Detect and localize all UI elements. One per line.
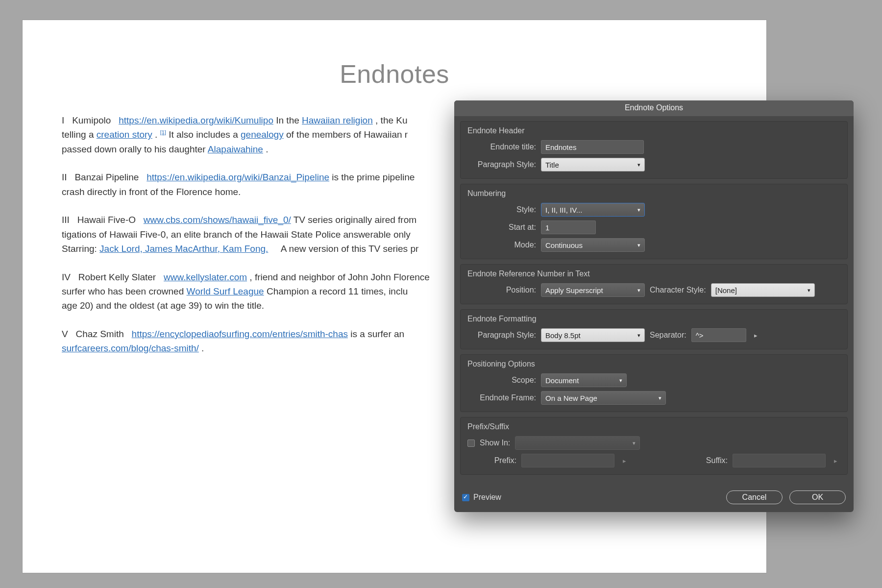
chevron-down-icon	[637, 162, 640, 168]
dialog-footer: Preview Cancel OK	[454, 487, 854, 512]
section-label: Endnote Header	[467, 126, 840, 135]
select-value: Body 8.5pt	[545, 331, 581, 340]
entry-url-link[interactable]: www.cbs.com/shows/hawaii_five_0/	[144, 215, 291, 225]
chevron-down-icon	[659, 395, 662, 401]
formatting-pstyle-select[interactable]: Body 8.5pt	[541, 328, 645, 342]
mode-select[interactable]: Continuous	[541, 238, 645, 252]
section-label: Endnote Formatting	[467, 315, 840, 323]
ok-button[interactable]: OK	[789, 490, 846, 504]
dialog-title: Endnote Options	[454, 100, 854, 116]
select-value: Apply Superscript	[545, 286, 603, 294]
endnote-frame-label: Endnote Frame:	[467, 393, 536, 402]
separator-menu-icon[interactable]	[751, 332, 761, 339]
suffix-input[interactable]	[733, 454, 826, 467]
numbering-style-select[interactable]: I, II, III, IV...	[541, 203, 645, 217]
character-style-select[interactable]: [None]	[711, 283, 815, 297]
entry-lead: Hawaii Five-O	[77, 215, 136, 225]
position-select[interactable]: Apply Superscript	[541, 283, 645, 297]
suffix-label: Suffix:	[706, 456, 728, 465]
show-in-select[interactable]	[515, 436, 640, 450]
entry-roman: III	[62, 215, 70, 225]
endnote-frame-select[interactable]: On a New Page	[541, 391, 666, 405]
section-prefix-suffix: Prefix/Suffix Show In: Prefix: Suffix:	[460, 417, 848, 475]
entry-text: passed down orally to his daughter	[62, 144, 208, 154]
separator-input[interactable]	[691, 328, 746, 342]
entry-text: is a surfer an	[350, 329, 404, 339]
entry-text: In the	[276, 115, 302, 125]
section-positioning: Positioning Options Scope: Document Endn…	[460, 354, 848, 412]
mode-label: Mode:	[467, 241, 536, 249]
entry-text: tigations of Hawaii Five-0, an elite bra…	[62, 229, 411, 240]
endnote-entry: I Kumipolo https://en.wikipedia.org/wiki…	[62, 113, 434, 156]
entry-link[interactable]: creation story	[97, 129, 152, 140]
endnote-title-input[interactable]	[541, 140, 644, 154]
prefix-menu-icon[interactable]	[619, 457, 629, 465]
entry-text: Champion a record 11 times, inclu	[267, 286, 408, 296]
section-endnote-formatting: Endnote Formatting Paragraph Style: Body…	[460, 309, 848, 349]
select-value: Document	[545, 376, 579, 385]
section-label: Numbering	[467, 189, 840, 198]
prefix-input[interactable]	[521, 454, 614, 467]
section-reference-number: Endnote Reference Number in Text Positio…	[460, 264, 848, 304]
section-label: Endnote Reference Number in Text	[467, 270, 840, 278]
chevron-down-icon	[633, 440, 636, 446]
show-in-label: Show In:	[480, 439, 510, 447]
entry-lead: Kumipolo	[72, 115, 111, 125]
entry-link[interactable]: Hawaiian religion	[302, 115, 373, 125]
section-label: Prefix/Suffix	[467, 422, 840, 431]
endnote-entry: II Banzai Pipeline https://en.wikipedia.…	[62, 170, 434, 199]
suffix-menu-icon[interactable]	[831, 457, 840, 465]
chevron-down-icon	[637, 207, 640, 213]
entry-text: age 20) and the oldest (at age 39) to wi…	[62, 300, 264, 311]
select-value: I, II, III, IV...	[545, 206, 582, 214]
entry-text: of the members of Hawaiian r	[286, 129, 408, 140]
section-numbering: Numbering Style: I, II, III, IV... Start…	[460, 184, 848, 259]
separator-label: Separator:	[650, 331, 686, 340]
cancel-button[interactable]: Cancel	[726, 490, 783, 504]
entry-text: surfer who has been crowned	[62, 286, 187, 296]
entry-url-link[interactable]: https://en.wikipedia.org/wiki/Banzai_Pip…	[147, 172, 329, 182]
entry-text: telling a	[62, 129, 97, 140]
formatting-pstyle-label: Paragraph Style:	[467, 331, 536, 340]
entry-url-link[interactable]: https://encyclopediaofsurfing.com/entrie…	[132, 329, 348, 339]
entry-text: .	[155, 129, 157, 140]
numbering-style-label: Style:	[467, 205, 536, 214]
paragraph-style-select[interactable]: Title	[541, 158, 645, 172]
chevron-down-icon	[637, 287, 640, 294]
endnote-entry: V Chaz Smith https://encyclopediaofsurfi…	[62, 327, 434, 356]
entry-text: TV series originally aired from	[294, 215, 416, 225]
start-at-label: Start at:	[467, 223, 536, 232]
entry-link[interactable]: Jack Lord, James MacArthur, Kam Fong.	[99, 244, 268, 254]
entry-lead: Robert Kelly Slater	[78, 272, 156, 282]
scope-select[interactable]: Document	[541, 373, 627, 387]
entry-text: A new version of this TV series pr	[271, 244, 419, 254]
select-value: On a New Page	[545, 394, 597, 402]
entry-link[interactable]: Alapaiwahine	[208, 144, 263, 154]
entry-lead: Chaz Smith	[76, 329, 124, 339]
entry-url-link[interactable]: https://en.wikipedia.org/wiki/Kumulipo	[119, 115, 273, 125]
entry-roman: V	[62, 329, 68, 339]
show-in-checkbox[interactable]	[467, 440, 475, 447]
endnote-entry: IV Robert Kelly Slater www.kellyslater.c…	[62, 270, 434, 313]
footnote-ref[interactable]: [1]	[160, 129, 166, 135]
character-style-label: Character Style:	[650, 286, 706, 294]
entry-link[interactable]: World Surf League	[187, 286, 264, 296]
entry-text: crash directly in front of the Florence …	[62, 187, 241, 197]
endnote-entry: III Hawaii Five-O www.cbs.com/shows/hawa…	[62, 213, 434, 256]
entry-text: .	[201, 343, 204, 353]
preview-checkbox[interactable]	[462, 494, 469, 501]
chevron-down-icon	[637, 242, 640, 248]
scope-label: Scope:	[467, 376, 536, 385]
start-at-input[interactable]	[541, 220, 596, 234]
select-value: Title	[545, 161, 559, 169]
entry-text: .	[266, 144, 268, 154]
prefix-label: Prefix:	[467, 456, 516, 465]
paragraph-style-label: Paragraph Style:	[467, 160, 536, 169]
entry-text: It also includes a	[169, 129, 241, 140]
entry-roman: I	[62, 115, 64, 125]
chevron-down-icon	[619, 377, 622, 384]
entry-link[interactable]: genealogy	[241, 129, 284, 140]
entry-url-link[interactable]: www.kellyslater.com	[164, 272, 247, 282]
entry-link[interactable]: surfcareers.com/blog/chas-smith/	[62, 343, 199, 353]
chevron-down-icon	[808, 287, 810, 294]
